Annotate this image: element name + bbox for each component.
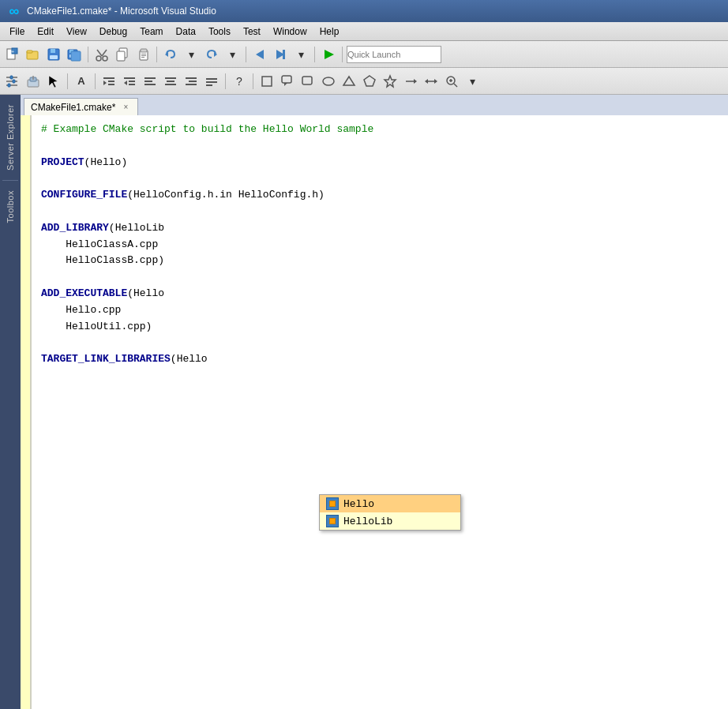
svg-rect-6	[51, 49, 55, 53]
code-content[interactable]: # Example CMake script to build the Hell…	[32, 115, 728, 709]
code-line-3-rest: (Hello)	[84, 156, 128, 168]
undo-btn[interactable]	[161, 45, 180, 64]
copy-btn[interactable]	[113, 45, 132, 64]
more-btn[interactable]: ▾	[463, 72, 482, 91]
svg-rect-17	[117, 51, 125, 61]
arrow2-btn[interactable]	[422, 72, 441, 91]
code-line-7-rest: (HelloLib	[109, 222, 164, 234]
arrow1-btn[interactable]	[401, 72, 420, 91]
box-btn[interactable]	[257, 72, 276, 91]
svg-rect-27	[283, 50, 285, 59]
cut-btn[interactable]	[92, 45, 111, 64]
align-left-btn[interactable]	[141, 72, 159, 91]
toolbar-format: A ? ▾	[0, 68, 728, 95]
svg-marker-64	[364, 76, 375, 86]
comment-btn[interactable]: ?	[230, 72, 249, 91]
title-bar: ∞ CMakeFile1.cmake* - Microsoft Visual S…	[0, 0, 728, 22]
vs-logo-icon: ∞	[9, 3, 20, 20]
shape3-btn[interactable]	[340, 72, 358, 91]
open-btn[interactable]	[24, 45, 43, 64]
autocomplete-item-hello[interactable]: Hello	[320, 495, 460, 512]
navigate-back-btn[interactable]	[250, 45, 269, 64]
cmake-tab-label: CMakeFile1.cmake*	[31, 102, 115, 113]
cursor-btn[interactable]	[44, 72, 63, 91]
save-all-btn[interactable]	[65, 45, 84, 64]
navigate-fwd-btn[interactable]	[271, 45, 290, 64]
svg-marker-28	[325, 50, 334, 59]
align-center-btn[interactable]	[161, 72, 180, 91]
format-text-btn[interactable]: A	[72, 72, 91, 91]
code-line-5-kw: CONFIGURE_FILE	[41, 189, 127, 201]
justify-btn[interactable]	[202, 72, 221, 91]
sep8	[225, 73, 226, 89]
tab-bar: CMakeFile1.cmake* ×	[21, 95, 728, 115]
navigate-dropdown[interactable]: ▾	[291, 45, 310, 64]
svg-text:+: +	[11, 49, 14, 54]
shape2-btn[interactable]	[319, 72, 338, 91]
menu-window[interactable]: Window	[267, 24, 313, 39]
menu-file[interactable]: File	[3, 24, 31, 39]
svg-point-12	[96, 56, 101, 61]
svg-rect-20	[141, 54, 146, 54]
cmake-tab[interactable]: CMakeFile1.cmake* ×	[24, 98, 138, 115]
shape1-btn[interactable]	[298, 72, 317, 91]
sep7	[95, 73, 96, 89]
server-explorer-tab[interactable]: Server Explorer	[2, 98, 18, 177]
code-line-11-rest: (Hello	[127, 287, 164, 299]
svg-rect-59	[262, 77, 272, 86]
align-right-btn[interactable]	[182, 72, 201, 91]
zoom-btn[interactable]	[442, 72, 461, 91]
menu-tools[interactable]: Tools	[202, 24, 237, 39]
cmake-tab-close[interactable]: ×	[120, 102, 131, 113]
svg-marker-40	[103, 81, 107, 85]
sep2	[156, 47, 157, 62]
undo-dropdown[interactable]: ▾	[182, 45, 201, 64]
autocomplete-dropdown[interactable]: Hello HelloLib	[319, 494, 461, 531]
svg-rect-50	[165, 77, 176, 79]
code-line-5-rest: (HelloConfig.h.in HelloConfig.h)	[127, 189, 325, 201]
search-toolbar-input[interactable]	[347, 46, 441, 63]
menu-debug[interactable]: Debug	[93, 24, 133, 39]
indent-btn[interactable]	[99, 72, 118, 91]
svg-marker-38	[49, 76, 58, 88]
save-btn[interactable]	[44, 45, 63, 64]
shape4-btn[interactable]	[360, 72, 379, 91]
code-line-15-kw: TARGET_LINK_LIBRARIES	[41, 353, 171, 365]
menu-edit[interactable]: Edit	[31, 24, 60, 39]
new-project-btn[interactable]: +	[3, 45, 22, 64]
toolbox-tab[interactable]: Toolbox	[2, 184, 18, 229]
svg-rect-51	[167, 81, 174, 82]
run-btn[interactable]	[319, 45, 338, 64]
callout-btn[interactable]	[278, 72, 297, 91]
toolbox-btn[interactable]	[24, 72, 43, 91]
svg-rect-48	[144, 81, 152, 82]
sep6	[67, 73, 68, 89]
autocomplete-item-hellolib[interactable]: HelloLib	[320, 512, 460, 530]
menu-data[interactable]: Data	[170, 24, 202, 39]
svg-rect-55	[186, 84, 197, 85]
redo-dropdown[interactable]: ▾	[223, 45, 242, 64]
app-logo: ∞	[6, 3, 22, 19]
autocomplete-label-hellolib: HelloLib	[343, 516, 392, 527]
svg-marker-65	[385, 76, 396, 87]
sidebar-divider	[2, 180, 18, 181]
svg-rect-46	[129, 84, 135, 85]
svg-rect-52	[165, 84, 176, 85]
properties-btn[interactable]	[3, 72, 22, 91]
svg-point-63	[323, 77, 334, 85]
sep9	[253, 73, 253, 89]
left-sidebar: Server Explorer Toolbox	[0, 95, 21, 709]
redo-btn[interactable]	[202, 45, 221, 64]
menu-team[interactable]: Team	[133, 24, 169, 39]
svg-rect-19	[141, 49, 147, 52]
menu-test[interactable]: Test	[237, 24, 267, 39]
menu-help[interactable]: Help	[313, 24, 346, 39]
code-editor[interactable]: # Example CMake script to build the Hell…	[21, 115, 728, 709]
paste-btn[interactable]	[133, 45, 152, 64]
svg-rect-57	[206, 81, 217, 83]
code-line-12: Hello.cpp	[41, 304, 121, 316]
outdent-btn[interactable]	[120, 72, 139, 91]
shape5-btn[interactable]	[381, 72, 400, 91]
menu-view[interactable]: View	[60, 24, 93, 39]
autocomplete-icon-hellolib	[326, 515, 339, 527]
